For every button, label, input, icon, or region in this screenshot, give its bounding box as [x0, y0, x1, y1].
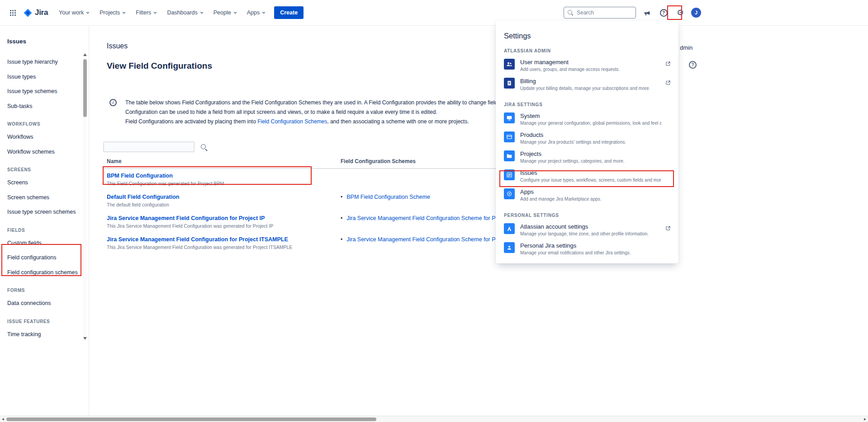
sidebar-heading-workflows: WORKFLOWS: [0, 113, 89, 130]
sidebar-item-workflow-schemes[interactable]: Workflow schemes: [0, 145, 89, 159]
sidebar-heading-forms: FORMS: [0, 280, 89, 296]
scroll-up-arrow[interactable]: [83, 53, 87, 56]
settings-item-label: Atlassian account settings: [520, 223, 649, 230]
settings-heading-personal-settings: PERSONAL SETTINGS: [496, 205, 678, 220]
sidebar-scrollbar[interactable]: [83, 53, 87, 340]
products-icon: [504, 131, 515, 142]
settings-item-label: Projects: [520, 150, 625, 157]
help-button[interactable]: ?: [658, 7, 669, 19]
settings-item-description: Manage your Jira products' settings and …: [520, 139, 626, 145]
settings-item-label: Billing: [520, 78, 650, 84]
app-switcher-button[interactable]: [6, 6, 19, 19]
column-header-name: Name: [103, 156, 337, 169]
feedback-button[interactable]: [641, 7, 653, 19]
sidebar-item-workflows[interactable]: Workflows: [0, 130, 89, 145]
scroll-left-arrow[interactable]: [2, 418, 4, 421]
settings-item-billing[interactable]: Billing Update your billing details, man…: [496, 75, 678, 94]
jira-logo-text: Jira: [35, 8, 48, 17]
field-config-description: This Jira Service Management Field Confi…: [107, 223, 333, 229]
settings-item-projects[interactable]: Projects Manage your project settings, c…: [496, 148, 678, 167]
horizontal-scrollbar[interactable]: [0, 416, 868, 422]
admin-sidebar: Issues Issue type hierarchy Issue types …: [0, 26, 89, 416]
users-icon: [504, 59, 515, 70]
settings-item-issues[interactable]: Issues Configure your issue types, workf…: [496, 167, 678, 186]
settings-item-label: Personal Jira settings: [520, 242, 631, 249]
field-config-link-default[interactable]: Default Field Configuration: [107, 194, 179, 200]
scheme-link[interactable]: BPM Field Configuration Scheme: [346, 194, 430, 200]
scrollbar-thumb[interactable]: [6, 417, 376, 421]
settings-item-atlassian-account-settings[interactable]: Atlassian account settings Manage your l…: [496, 220, 678, 239]
filter-input[interactable]: [103, 141, 194, 152]
settings-item-personal-jira-settings[interactable]: Personal Jira settings Manage your email…: [496, 239, 678, 258]
sidebar-item-field-configuration-schemes[interactable]: Field configuration schemes: [0, 265, 89, 280]
nav-item-projects[interactable]: Projects: [95, 6, 131, 19]
intro-line-1: The table below shows Field Configuratio…: [125, 98, 515, 108]
nav-item-apps[interactable]: Apps: [243, 6, 271, 19]
settings-item-description: Add users, groups, and manage access req…: [520, 66, 620, 72]
nav-item-label: Filters: [136, 9, 151, 16]
scrollbar-thumb[interactable]: [83, 59, 87, 117]
field-configuration-schemes-link[interactable]: Field Configuration Schemes: [257, 118, 327, 125]
help-icon: ?: [660, 9, 668, 17]
sidebar-item-custom-fields[interactable]: Custom fields: [0, 236, 89, 251]
settings-item-description: Add and manage Jira Marketplace apps.: [520, 196, 602, 202]
nav-item-dashboards[interactable]: Dashboards: [163, 6, 208, 19]
header-text-fragment: dmin: [680, 44, 693, 51]
nav-item-filters[interactable]: Filters: [132, 6, 162, 19]
nav-item-label: Projects: [100, 9, 120, 16]
sidebar-item-field-configurations[interactable]: Field configurations: [0, 250, 89, 265]
settings-item-system[interactable]: System Manage your general configuration…: [496, 110, 678, 129]
sidebar-item-issue-type-schemes[interactable]: Issue type schemes: [0, 84, 89, 99]
chevron-down-icon: [121, 10, 127, 15]
sidebar-heading-issue-features: ISSUE FEATURES: [0, 311, 89, 327]
settings-item-description: Update your billing details, manage your…: [520, 85, 650, 91]
page-title: View Field Configurations: [107, 61, 212, 71]
sidebar-item-data-connections[interactable]: Data connections: [0, 296, 89, 311]
scroll-down-arrow[interactable]: [83, 337, 87, 340]
settings-gear-button[interactable]: ⚙: [674, 7, 686, 19]
sidebar-item-time-tracking[interactable]: Time tracking: [0, 327, 89, 342]
global-search[interactable]: [564, 7, 636, 19]
sidebar-item-issue-types[interactable]: Issue types: [0, 70, 89, 84]
nav-item-label: Your work: [59, 9, 84, 16]
field-config-link-jsm-ip[interactable]: Jira Service Management Field Configurat…: [107, 215, 265, 221]
info-icon: i: [109, 99, 117, 106]
scheme-link[interactable]: Jira Service Management Field Configurat…: [346, 236, 512, 243]
scheme-link[interactable]: Jira Service Management Field Configurat…: [346, 215, 512, 221]
sidebar-item-sub-tasks[interactable]: Sub-tasks: [0, 99, 89, 114]
search-input[interactable]: [577, 9, 632, 16]
nav-item-people[interactable]: People: [209, 6, 242, 19]
user-avatar[interactable]: J: [691, 8, 701, 18]
settings-item-label: System: [520, 113, 661, 119]
jira-logo[interactable]: Jira: [23, 8, 48, 18]
search-icon: [568, 10, 574, 16]
field-config-link-jsm-itsample[interactable]: Jira Service Management Field Configurat…: [107, 236, 288, 243]
sidebar-heading-fields: FIELDS: [0, 220, 89, 236]
sidebar-heading-screens: SCREENS: [0, 159, 89, 175]
sidebar-item-issue-type-screen-schemes[interactable]: Issue type screen schemes: [0, 205, 89, 220]
settings-dropdown-panel: Settings ATLASSIAN ADMIN User management…: [496, 20, 678, 263]
nav-item-label: Dashboards: [167, 9, 197, 16]
sidebar-item-screens[interactable]: Screens: [0, 175, 89, 190]
nav-item-label: Apps: [247, 9, 260, 16]
settings-item-products[interactable]: Products Manage your Jira products' sett…: [496, 129, 678, 148]
external-link-icon: [665, 61, 671, 67]
nav-item-your-work[interactable]: Your work: [55, 6, 95, 19]
scroll-right-arrow[interactable]: [864, 418, 866, 421]
create-button[interactable]: Create: [274, 6, 304, 19]
settings-item-user-management[interactable]: User management Add users, groups, and m…: [496, 56, 678, 75]
settings-item-apps[interactable]: Apps Add and manage Jira Marketplace app…: [496, 186, 678, 205]
sidebar-item-issue-type-hierarchy[interactable]: Issue type hierarchy: [0, 55, 89, 70]
settings-heading-atlassian-admin: ATLASSIAN ADMIN: [496, 40, 678, 56]
sidebar-item-screen-schemes[interactable]: Screen schemes: [0, 190, 89, 205]
settings-item-description: Configure your issue types, workflows, s…: [520, 177, 661, 183]
chevron-down-icon: [85, 10, 90, 15]
chevron-down-icon: [152, 10, 158, 15]
intro-line-3-pre: Field Configurations are activated by pl…: [125, 118, 257, 125]
settings-item-description: Manage your general configuration, globa…: [520, 120, 661, 126]
section-title: Issues: [107, 42, 128, 50]
field-config-link-bpm[interactable]: BPM Field Configuration: [107, 173, 173, 179]
sidebar-title: Issues: [0, 26, 89, 45]
filter-search-icon[interactable]: [201, 144, 208, 151]
page-help-icon[interactable]: ?: [689, 61, 697, 69]
